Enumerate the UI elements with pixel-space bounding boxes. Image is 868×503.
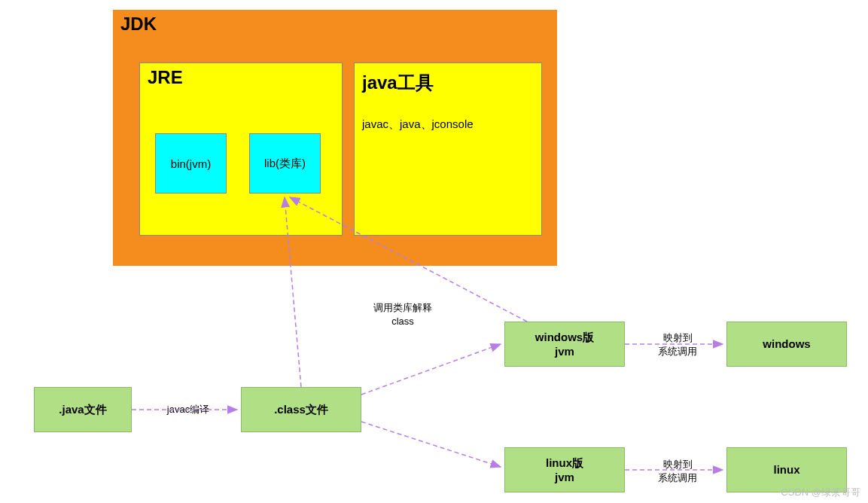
class-file-node: .class文件 bbox=[241, 387, 361, 432]
jre-label: JRE bbox=[148, 67, 183, 88]
linux-jvm-label: linux版 jvm bbox=[546, 456, 583, 485]
windows-label: windows bbox=[763, 337, 810, 352]
jre-container: JRE bin(jvm) lib(类库) bbox=[139, 62, 343, 236]
windows-jvm-node: windows版 jvm bbox=[504, 322, 625, 367]
lib-label: lib(类库) bbox=[264, 157, 306, 171]
lib-call-edge-label: 调用类库解释 class bbox=[361, 301, 444, 328]
watermark: CSDN @绿茶哥哥 bbox=[781, 486, 860, 499]
svg-line-1 bbox=[361, 344, 501, 395]
java-file-label: .java文件 bbox=[59, 402, 106, 417]
javac-edge-label: javac编译 bbox=[151, 403, 226, 416]
class-file-label: .class文件 bbox=[274, 402, 328, 417]
java-tools-desc: javac、java、jconsole bbox=[362, 117, 534, 132]
bin-jvm-box: bin(jvm) bbox=[155, 133, 227, 194]
windows-jvm-label: windows版 jvm bbox=[535, 330, 594, 359]
jdk-container: JDK JRE bin(jvm) lib(类库) java工具 javac、ja… bbox=[113, 10, 557, 266]
lib-box: lib(类库) bbox=[249, 133, 321, 194]
map-linux-edge-label: 映射到 系统调用 bbox=[647, 458, 708, 485]
java-tools-container: java工具 javac、java、jconsole bbox=[354, 62, 542, 236]
windows-node: windows bbox=[726, 322, 847, 367]
bin-jvm-label: bin(jvm) bbox=[171, 157, 211, 170]
linux-jvm-node: linux版 jvm bbox=[504, 447, 625, 492]
svg-line-2 bbox=[361, 422, 501, 467]
jdk-label: JDK bbox=[120, 14, 157, 35]
map-win-edge-label: 映射到 系统调用 bbox=[647, 331, 708, 358]
java-file-node: .java文件 bbox=[34, 387, 132, 432]
java-tools-label: java工具 bbox=[362, 71, 534, 95]
linux-label: linux bbox=[773, 462, 799, 477]
